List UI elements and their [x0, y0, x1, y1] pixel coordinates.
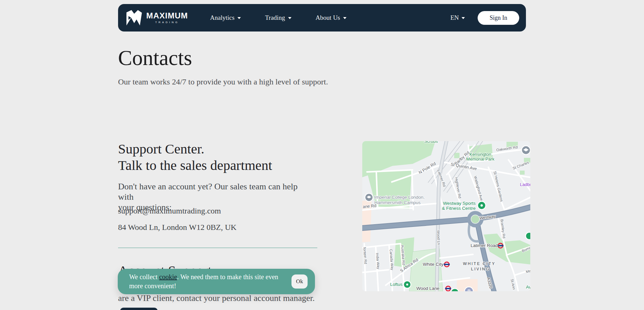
location-map[interactable]: P ScrubsBarlby RdOakworth RdKensingtonMe…	[362, 141, 530, 291]
map-label: Loftus	[390, 282, 402, 287]
map-label: Av	[526, 285, 530, 290]
map-label: White City	[423, 262, 443, 267]
map-label: Memorial Park	[466, 157, 494, 162]
chevron-down-icon	[237, 17, 241, 19]
nav-menu: Analytics Trading About Us	[210, 14, 346, 21]
svg-text:P: P	[468, 289, 471, 291]
brand-logo[interactable]: MAXIMUM TRADING	[125, 10, 188, 26]
map-label: Westway Sports	[443, 201, 476, 206]
nav-item-label: Analytics	[210, 14, 234, 21]
nav-item-label: Trading	[265, 14, 285, 21]
sign-in-button[interactable]: Sign In	[478, 11, 519, 25]
support-heading-line2: Talk to the sales department	[118, 158, 272, 173]
cookie-ok-button[interactable]: Ok	[291, 274, 308, 289]
cookie-text-before: We collect	[129, 273, 159, 281]
navbar: MAXIMUM TRADING Analytics Trading About …	[118, 4, 526, 32]
map-label: Kensington	[469, 152, 491, 157]
cookie-banner-text: We collect cookie. We need them to make …	[129, 272, 290, 291]
contacts-page: MAXIMUM TRADING Analytics Trading About …	[0, 0, 644, 310]
map-label: WHITE CITY	[463, 261, 495, 266]
cookie-banner: We collect cookie. We need them to make …	[118, 269, 315, 294]
chevron-down-icon	[343, 17, 346, 19]
map-label: Wood Ln	[436, 230, 441, 245]
brand-name: MAXIMUM	[146, 12, 188, 20]
nav-item-label: About Us	[316, 14, 340, 21]
brand-subtitle: TRADING	[155, 21, 179, 24]
map-label: Scrubs	[424, 141, 438, 144]
map-label: Ladbr	[520, 182, 530, 187]
language-label: EN	[450, 14, 459, 21]
cookie-policy-link[interactable]: cookie	[159, 273, 177, 281]
map-label: & Fitness Centre	[442, 206, 476, 211]
support-description-line1: Don't have an account yet? Our sales tea…	[118, 182, 298, 202]
nav-item-about-us[interactable]: About Us	[316, 14, 346, 21]
map-label: Hammersmith Campus	[374, 200, 421, 205]
map-image: P ScrubsBarlby RdOakworth RdKensingtonMe…	[362, 141, 530, 291]
support-heading-line1: Support Center.	[118, 141, 204, 157]
chevron-down-icon	[288, 17, 291, 19]
page-subtitle: Our team works 24/7 to provide you with …	[118, 77, 328, 86]
map-label: Latimer Road	[471, 243, 498, 248]
vip-client-text: are a VIP client, contact your personal …	[118, 293, 315, 303]
support-email-link[interactable]: support@maximumtrading.com	[118, 206, 221, 215]
hidden-bottom-button[interactable]	[120, 308, 158, 310]
language-selector[interactable]: EN	[450, 14, 465, 21]
maximum-logo-icon	[125, 10, 143, 26]
page-title: Contacts	[118, 47, 192, 69]
map-label: Wood Lane	[416, 286, 439, 291]
nav-item-analytics[interactable]: Analytics	[210, 14, 241, 21]
nav-item-trading[interactable]: Trading	[265, 14, 291, 21]
chevron-down-icon	[462, 17, 465, 19]
support-section-heading: Support Center. Talk to the sales depart…	[118, 141, 272, 174]
section-divider	[118, 248, 317, 248]
green-poi-icon[interactable]	[526, 232, 530, 240]
map-label: LIVING	[471, 267, 490, 271]
map-label: Imperial College London,	[374, 195, 425, 200]
support-address: 84 Wood Ln, London W12 0BZ, UK	[118, 223, 236, 232]
